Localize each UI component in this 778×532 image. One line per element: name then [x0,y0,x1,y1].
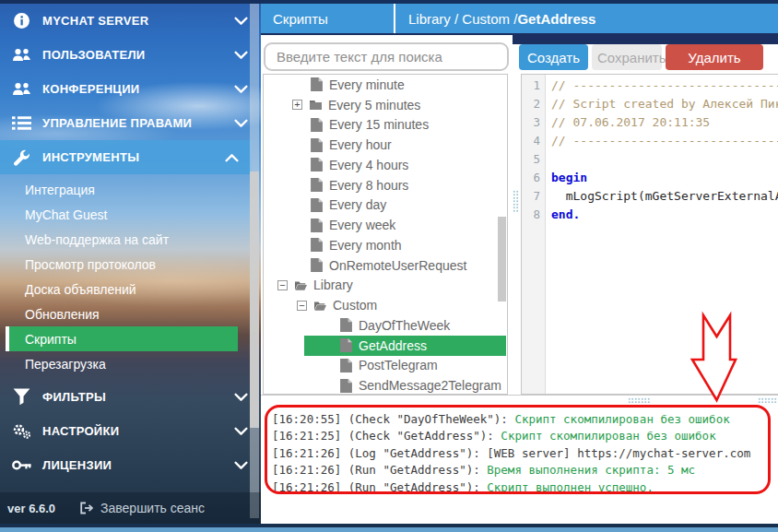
tree-scrollbar-thumb[interactable] [498,217,506,301]
sidebar-item-управление правами[interactable]: УПРАВЛЕНИЕ ПРАВАМИ [0,106,261,140]
delete-button[interactable]: Удалить [666,44,763,70]
tree-item[interactable]: OnRemoteUserRequest [264,255,507,276]
log-message: [WEB server] https://mychat-server.com [487,446,750,460]
vertical-splitter[interactable] [510,74,521,395]
code-segment: end. [551,207,580,221]
mychat-server-admin-window: MYCHAT SERVER ПОЛЬЗОВАТЕЛИ КОНФЕРЕНЦИИ У… [0,0,778,532]
submenu-item-интеграция[interactable]: Интеграция [0,177,261,202]
file-icon [311,77,323,91]
code-line: // Script created by Алексей Пику [551,95,778,113]
tree-item[interactable]: Every week [264,215,507,235]
log-prefix: [16:21:26] (Run "GetAddress"): [272,480,487,494]
code-line: end. [551,206,778,224]
code-line: begin [551,169,778,187]
sidebar-item-инструменты[interactable]: ИНСТРУМЕНТЫ [0,140,252,174]
line-number: 4 [522,132,545,150]
line-number: 7 [522,187,545,206]
file-icon [311,258,323,272]
chevron-down-icon [234,17,248,26]
breadcrumb-current: GetAddress [517,11,595,27]
tree-item[interactable]: SendMessage2Telegram [264,375,507,395]
line-number: 3 [522,113,545,132]
tree-item[interactable]: Every month [264,235,507,255]
tree-item[interactable]: Every 4 hours [264,155,507,175]
log-message: Скрипт выполнен успешно. [487,480,654,494]
submenu-item-web-поддержка на сайт[interactable]: Web-поддержка на сайт [0,227,261,252]
tree-item-label: Custom [333,298,377,313]
expand-icon[interactable]: + [292,100,302,110]
submenu-item-скрипты[interactable]: Скрипты [6,326,238,351]
sidebar-item-label: ИНСТРУМЕНТЫ [42,150,225,164]
tree-item[interactable]: − Library [264,276,507,296]
line-number: 5 [522,150,545,169]
log-message: Скрипт скомпилирован без ошибок [514,412,729,426]
line-number: 2 [522,95,545,113]
submenu-item-mychat guest[interactable]: MyChat Guest [0,202,261,227]
chevron-down-icon [234,427,248,436]
tree-item[interactable]: DayOfTheWeek [264,315,507,336]
tree-item[interactable]: Every 8 hours [264,175,507,195]
tree-item[interactable]: − Custom [264,295,507,315]
tree-item-label: Every day [329,197,386,212]
sidebar-nav-top: MYCHAT SERVER ПОЛЬЗОВАТЕЛИ КОНФЕРЕНЦИИ У… [0,4,261,174]
tree-item-label: Every minute [329,77,405,92]
log-panel: [16:20:55] (Check "DayOfTheWeek"): Скрип… [261,403,778,524]
submenu-item-просмотр протоколов[interactable]: Просмотр протоколов [0,252,261,277]
log-output: [16:20:55] (Check "DayOfTheWeek"): Скрип… [272,411,750,496]
line-number: 8 [522,206,545,224]
folder-icon [310,98,322,112]
tree-item-label: GetAddress [359,338,427,353]
sidebar-item-фильтры[interactable]: ФИЛЬТРЫ [0,380,261,414]
code-line: // -------------------------------------… [551,132,778,150]
submenu-item-доска объявлений[interactable]: Доска объявлений [0,277,261,301]
sidebar-item-mychat server[interactable]: MYCHAT SERVER [0,4,261,38]
tree-item-label: DayOfTheWeek [359,318,450,333]
logout-button[interactable]: Завершить сеанс [79,501,205,515]
log-prefix: [16:21:26] (Run "GetAddress"): [272,463,487,477]
tree-item-label: Every week [329,218,395,232]
sidebar-nav-bottom: ФИЛЬТРЫ НАСТРОЙКИ ЛИЦЕНЗИИ [0,380,261,482]
rights-list-icon [12,114,31,132]
tree-item[interactable]: Every 15 minutes [264,115,507,136]
create-button[interactable]: Создать [519,44,588,70]
sidebar-item-конференции[interactable]: КОНФЕРЕНЦИИ [0,72,261,106]
tree-item[interactable]: PostTelegram [264,356,507,376]
wrench-icon [12,148,31,166]
sidebar-item-пользователи[interactable]: ПОЛЬЗОВАТЕЛИ [0,38,261,72]
tree-item-label: PostTelegram [359,358,438,372]
sidebar-item-label: КОНФЕРЕНЦИИ [42,82,234,96]
submenu-item-label: Обновления [25,307,100,322]
search-input[interactable] [264,42,509,71]
collapse-icon[interactable]: − [297,301,307,311]
sidebar-item-настройки[interactable]: НАСТРОЙКИ [0,414,261,448]
submenu-item-перезагрузка[interactable]: Перезагрузка [0,351,261,376]
tree-item[interactable]: + Every 5 minutes [264,95,507,115]
tree-item[interactable]: Every day [264,195,507,216]
chevron-down-icon [234,393,248,402]
collapse-icon[interactable]: − [277,280,288,290]
save-button[interactable]: Сохранить [592,44,662,70]
logout-icon [79,502,94,514]
tree-item-label: SendMessage2Telegram [359,378,501,393]
file-icon [340,359,352,372]
tab-scripts[interactable]: Скрипты [261,4,394,33]
submenu-item-обновления[interactable]: Обновления [0,301,261,326]
tree-item[interactable]: Every minute [264,75,507,95]
window-top-border [0,0,778,4]
users-icon [12,46,31,64]
sidebar-item-лицензии[interactable]: ЛИЦЕНЗИИ [0,448,261,482]
sidebar-footer: ver 6.6.0 Завершить сеанс [0,492,261,524]
log-line: [16:21:26] (Log "GetAddress"): [WEB serv… [272,445,750,462]
submenu-item-label: MyChat Guest [25,207,107,222]
tree-item[interactable]: GetAddress [264,336,507,356]
tree-item-label: Every month [329,238,402,253]
tree-item[interactable]: Every hour [264,135,507,155]
key-icon [12,456,31,474]
main-panel: Скрипты Library / Custom / GetAddress Со… [261,0,778,532]
submenu-item-label: Перезагрузка [25,357,106,372]
editor-code[interactable]: // -------------------------------------… [546,75,778,394]
sidebar-scrollbar-thumb[interactable] [250,171,259,428]
folder-open-icon [314,299,326,313]
file-icon [311,238,323,252]
filter-icon [12,388,31,406]
